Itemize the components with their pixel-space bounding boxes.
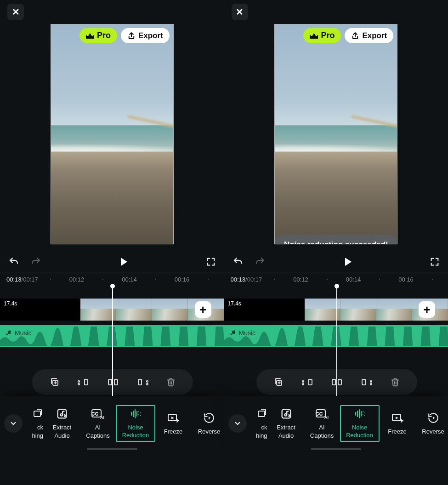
clip-duration: 17.4s [228,300,241,307]
svg-rect-22 [316,410,325,417]
menu-collapse-button[interactable] [228,414,247,433]
menu-item-partial[interactable]: ck hing [26,405,44,442]
crown-icon [310,33,318,39]
delete-button[interactable] [390,377,400,388]
split-left-button[interactable] [301,377,313,388]
timeline[interactable]: 17.4s + Music [0,286,224,396]
close-button[interactable]: ✕ [232,4,248,20]
svg-point-9 [138,411,139,412]
copy-button[interactable] [273,377,284,388]
menu-item-reverse[interactable]: Reverse [415,405,448,442]
chevron-down-icon [9,419,17,428]
add-clip-button[interactable]: + [195,301,211,318]
menu-item-partial[interactable]: ck hing [250,405,268,442]
ai-captions-icon: AI [91,407,105,420]
add-clip-button[interactable]: + [419,301,435,318]
top-bar: ✕ [224,0,448,23]
time-current: 00:13 [231,276,246,283]
fullscreen-button[interactable] [206,257,216,267]
export-button[interactable]: Export [345,28,393,43]
svg-rect-7 [92,410,101,417]
pro-label: Pro [97,31,111,40]
svg-rect-2 [78,383,79,385]
time-total: /00:17 [245,276,262,283]
svg-text:AI: AI [100,415,104,420]
svg-rect-16 [302,381,304,382]
menu-item-noise-reduction[interactable]: Noise Reduction [340,405,380,442]
menu-item-extract-audio[interactable]: Extract Audio [268,405,304,442]
svg-rect-19 [370,383,372,385]
svg-point-14 [177,421,178,421]
fullscreen-button[interactable] [430,257,440,267]
svg-rect-3 [147,381,148,382]
redo-button [255,256,266,267]
audio-track-label: Music [230,329,256,337]
reverse-icon [203,412,215,424]
title-clip[interactable]: 17.4s [0,299,80,321]
undo-button[interactable] [233,256,244,267]
delete-button[interactable] [166,377,176,388]
timeline[interactable]: 17.4s + Music [224,286,448,396]
play-icon [345,258,352,266]
split-left-button[interactable] [77,377,89,388]
ai-captions-icon: AI [315,407,329,420]
export-icon [127,32,136,40]
audio-label-text: Music [15,329,32,337]
split-right-button[interactable] [137,377,149,388]
menu-scroll[interactable]: ck hing Extract Audio AI AI Captions Noi… [26,405,224,442]
svg-rect-20 [258,411,265,417]
pro-button[interactable]: Pro [303,28,341,43]
menu-scroll[interactable]: ck hing Extract Audio AI AI Captions Noi… [250,405,448,442]
menu-item-freeze[interactable]: Freeze [155,405,191,442]
close-button[interactable]: ✕ [7,4,24,20]
noise-reduction-icon [353,408,367,420]
svg-point-10 [140,412,141,413]
phone-left: ✕ Pro Export [0,0,224,485]
top-pill-row: Pro Export [79,28,170,43]
time-current: 00:13 [6,276,22,283]
phone-right: ✕ Pro Export Noise reduction succeeded! [224,0,448,485]
pro-label: Pro [321,31,335,40]
video-preview[interactable]: Pro Export [51,24,174,244]
menu-item-extract-audio[interactable]: Extract Audio [44,405,80,442]
playback-controls [224,244,448,272]
menu-item-freeze[interactable]: Freeze [380,405,415,442]
undo-button[interactable] [8,256,19,267]
menu-item-reverse[interactable]: Reverse [191,405,224,442]
bottom-tool-menu: ck hing Extract Audio AI AI Captions Noi… [224,396,448,451]
close-icon: ✕ [12,6,20,17]
copy-button[interactable] [49,377,60,388]
ruler-marks: 00:12 00:14 00:16 [50,276,224,283]
clip-duration: 17.4s [4,300,17,307]
noise-reduction-icon [129,408,142,420]
bottom-tool-menu: ck hing Extract Audio AI AI Captions Noi… [0,396,224,451]
pro-button[interactable]: Pro [79,28,117,43]
playhead[interactable] [336,286,337,396]
split-button[interactable] [107,377,119,388]
top-pill-row: Pro Export [303,28,393,43]
menu-item-ai-captions[interactable]: AI AI Captions [80,405,116,442]
split-right-button[interactable] [361,377,373,388]
playhead[interactable] [112,286,113,396]
svg-rect-1 [78,381,79,382]
export-icon [351,32,359,40]
svg-rect-18 [370,381,372,382]
play-button[interactable] [344,258,352,266]
svg-point-12 [140,415,141,416]
svg-rect-17 [302,383,304,385]
menu-item-ai-captions[interactable]: AI AI Captions [304,405,340,442]
export-button[interactable]: Export [121,28,170,43]
title-clip[interactable]: 17.4s [224,299,305,321]
video-preview[interactable]: Pro Export Noise reduction succeeded! [274,24,397,244]
time-total: /00:17 [22,276,38,283]
play-button[interactable] [119,258,127,266]
menu-item-noise-reduction[interactable]: Noise Reduction [116,405,155,442]
svg-rect-4 [147,383,148,385]
menu-collapse-button[interactable] [4,414,23,433]
audio-track-label: Music [6,329,32,337]
ruler-marks: 00:12 00:14 00:16 [274,276,448,283]
top-bar: ✕ [0,0,224,23]
scroll-indicator [87,448,137,450]
freeze-icon [167,412,180,424]
split-button[interactable] [330,377,343,388]
